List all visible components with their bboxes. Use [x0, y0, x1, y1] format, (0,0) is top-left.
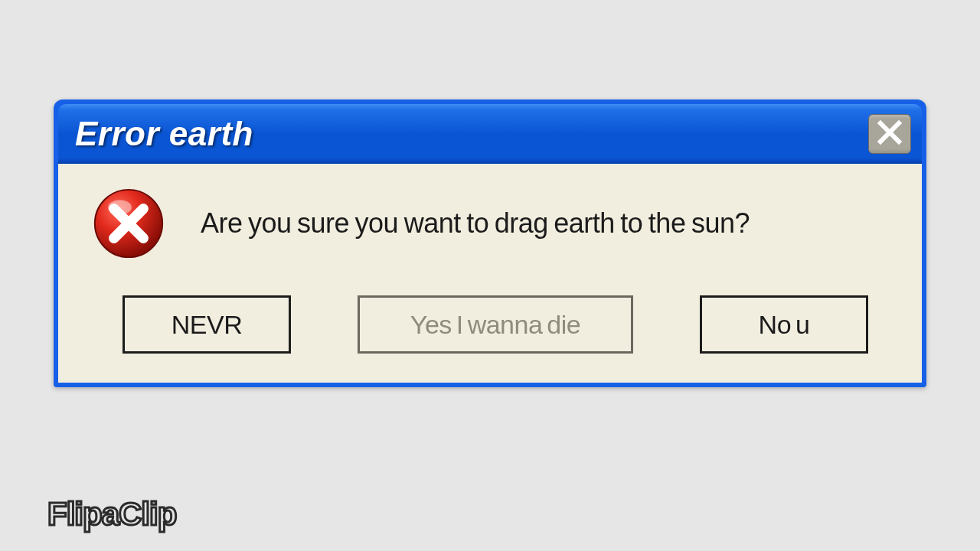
message-row: Are you sure you want to drag earth to t… [81, 184, 899, 277]
error-icon [92, 187, 165, 260]
watermark-text: FlipaClip [47, 496, 176, 533]
button-row: NEVR Yes I wanna die No u [81, 277, 899, 357]
close-button[interactable] [868, 114, 911, 154]
titlebar[interactable]: Error earth [58, 104, 922, 164]
error-dialog: Error earth [54, 99, 926, 387]
dialog-message: Are you sure you want to drag earth to t… [201, 207, 750, 240]
dialog-body: Are you sure you want to drag earth to t… [58, 164, 922, 383]
dialog-title: Error earth [75, 115, 253, 153]
nevr-button[interactable]: NEVR [122, 295, 291, 354]
nou-button[interactable]: No u [700, 295, 868, 354]
yes-button[interactable]: Yes I wanna die [358, 295, 633, 354]
close-icon [877, 119, 903, 148]
